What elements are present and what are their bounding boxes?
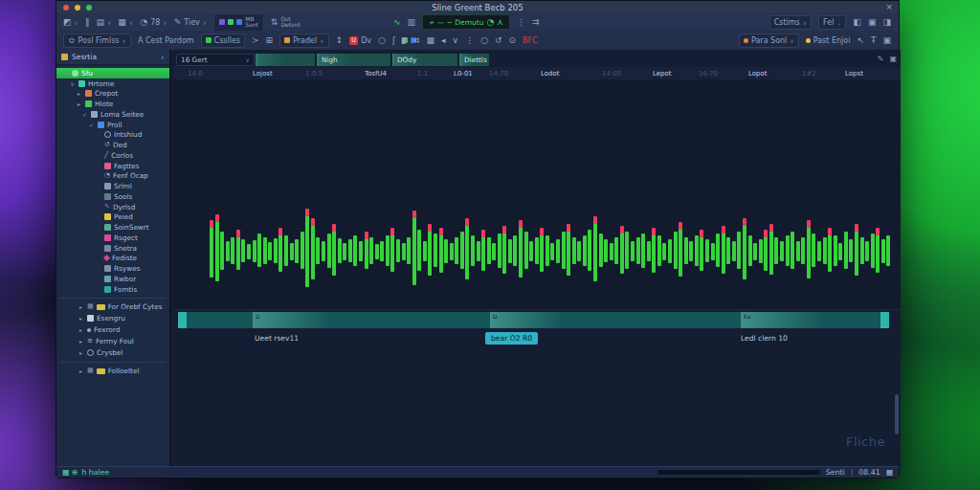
grid-view-tool[interactable]: ▦∨: [118, 18, 133, 27]
tree-item[interactable]: Fediste: [56, 254, 169, 264]
check-icon[interactable]: ✓: [81, 111, 88, 118]
find-tool[interactable]: ◩∨: [63, 18, 78, 27]
tree-item[interactable]: ◔Fenf Ocap: [56, 171, 169, 182]
csslles-dropdown[interactable]: Csslles: [201, 33, 245, 48]
region-end-cap[interactable]: [880, 312, 889, 328]
tree-item[interactable]: ∨Hrtome: [56, 78, 169, 89]
tree-item[interactable]: ▸Crysbel: [56, 347, 169, 359]
tree-item[interactable]: ╱Corlos: [56, 150, 169, 161]
sidebar-header[interactable]: Sesrtia ∧: [56, 50, 169, 65]
pause-tool[interactable]: ‖: [85, 18, 90, 27]
para-sonl-dropdown[interactable]: Para Sonl∨: [739, 33, 799, 48]
pencil-tool[interactable]: ✎Tiev∨: [174, 18, 207, 27]
cstims-dropdown[interactable]: Cstims∨: [769, 15, 812, 30]
pradel-dropdown[interactable]: Pradel∨: [279, 33, 329, 48]
tree-item[interactable]: ▸▦For Orebf Cytes: [56, 301, 169, 313]
expander-icon[interactable]: ∨: [69, 80, 76, 87]
check-icon[interactable]: ✓: [88, 122, 95, 128]
skip-start-tool[interactable]: ⊲: [412, 36, 420, 45]
region-label-button[interactable]: bear O2 R0: [485, 332, 538, 345]
header-segment[interactable]: Nigh: [317, 54, 390, 66]
tree-item[interactable]: ∨Sfu: [56, 68, 169, 78]
back-tool[interactable]: ◂: [441, 36, 446, 45]
expander-icon[interactable]: ∨: [62, 70, 69, 77]
filter-tool[interactable]: Ŧ: [871, 36, 877, 45]
expander-icon[interactable]: ▸: [78, 338, 84, 345]
tree-item[interactable]: SoinSewrt: [56, 222, 169, 233]
block-tool[interactable]: ▮: [401, 36, 406, 45]
updown-tool[interactable]: ↕: [336, 36, 344, 45]
grid-small-tool[interactable]: ⊞: [266, 36, 274, 45]
header-segment[interactable]: [256, 54, 315, 66]
region-start-cap[interactable]: [178, 312, 187, 328]
caret-tool[interactable]: ∨: [453, 36, 459, 45]
region-band[interactable]: DDEa: [173, 312, 901, 328]
waveform-track[interactable]: [173, 79, 901, 310]
header-segment[interactable]: Diettls: [459, 54, 489, 66]
expander-icon[interactable]: ▸: [78, 303, 84, 310]
tree-item[interactable]: ▸Crepot: [56, 89, 169, 100]
tree-item[interactable]: ✓Proll: [56, 120, 169, 130]
loop-tool[interactable]: ⊙: [509, 36, 517, 45]
tree-item[interactable]: Snetra: [56, 243, 169, 254]
tree-item[interactable]: Peied: [56, 212, 169, 223]
tree-item[interactable]: Fomtis: [56, 284, 169, 295]
lcd-display[interactable]: ≁ — ~ Demutu◔⋏: [422, 14, 510, 30]
tree-item[interactable]: Srlml: [56, 181, 169, 191]
dots-tool[interactable]: ⋮: [465, 36, 474, 45]
expander-icon[interactable]: ▸: [78, 349, 84, 356]
tree-item[interactable]: ▸≡Fermy Foul: [56, 336, 169, 347]
panel-tool[interactable]: ▣: [882, 36, 891, 45]
mb-sant-panel[interactable]: MBSant: [213, 13, 264, 32]
expander-icon[interactable]: ▸: [76, 90, 82, 97]
pencil-icon[interactable]: ✎: [878, 55, 884, 63]
chevron-up-icon[interactable]: ∧: [161, 54, 165, 60]
more-dots[interactable]: ⋮: [517, 18, 525, 27]
tree-item[interactable]: Rsywes: [56, 263, 169, 274]
tree-item[interactable]: Fagttes: [56, 161, 169, 171]
title-bar[interactable]: Sline Greent Becb 205 ×: [56, 1, 899, 14]
u-dv-tool[interactable]: UDv: [349, 36, 371, 45]
ost-detvnt-tool[interactable]: ⇅OstDetvnt: [271, 16, 301, 29]
tree-item[interactable]: ▸▦Folloeltel: [56, 366, 169, 377]
tree-item[interactable]: ↺Ded: [56, 140, 169, 150]
panel-icon[interactable]: ▣: [889, 55, 897, 63]
expander-icon[interactable]: ▸: [78, 326, 84, 333]
tree-item[interactable]: Rwbor: [56, 274, 169, 284]
expander-icon[interactable]: ▸: [76, 100, 82, 107]
wave-indicator[interactable]: ∿: [393, 18, 401, 27]
panel-left-tool[interactable]: ◧: [853, 18, 861, 27]
timeline-ruler[interactable]: 14.0Lojost1-0.5TosfU41.1L0-0114:70Lodot1…: [173, 67, 901, 80]
next-tool[interactable]: ≻: [252, 36, 259, 45]
circle-tool[interactable]: ○: [378, 36, 386, 45]
region-marker[interactable]: D: [253, 312, 356, 328]
horizontal-scrollbar[interactable]: [657, 470, 820, 475]
region-marker[interactable]: D: [490, 312, 586, 328]
expander-icon[interactable]: ▸: [78, 315, 84, 322]
circle2-tool[interactable]: ○: [480, 36, 488, 45]
fel-dropdown[interactable]: Fel⌄: [818, 15, 846, 30]
routing-tool[interactable]: ⇉: [532, 18, 540, 27]
expander-icon[interactable]: ▸: [78, 368, 84, 374]
posl-fimlss-dropdown[interactable]: ≎Posl Fimlss∨: [63, 33, 131, 48]
vertical-scrollbar[interactable]: [895, 394, 899, 434]
view-dropdown[interactable]: 16 Gert ∨: [176, 54, 255, 66]
close-icon[interactable]: ×: [885, 2, 893, 11]
header-segment[interactable]: DOdy: [392, 54, 457, 66]
panel-right-tool[interactable]: ◨: [882, 18, 891, 27]
tree-item[interactable]: Intshiud: [56, 130, 169, 141]
past-enjoi-toggle[interactable]: Past Enjoi: [806, 36, 851, 45]
rows-tool[interactable]: ▦: [427, 36, 435, 45]
bfc-label[interactable]: BFC: [523, 36, 538, 45]
tree-item[interactable]: ✓Loma Seitee: [56, 109, 169, 120]
tree-item[interactable]: Rsgect: [56, 233, 169, 243]
undo-tool[interactable]: ↺: [495, 36, 502, 45]
panel-mid-tool[interactable]: ▣: [868, 18, 877, 27]
cursor-tool[interactable]: ↖: [857, 36, 864, 45]
grid-icon[interactable]: ▦: [886, 468, 893, 477]
tree-item[interactable]: ▸Hlote: [56, 99, 169, 109]
doc-tool[interactable]: ▤∨: [96, 18, 111, 27]
tree-item[interactable]: ▸Fexrord: [56, 324, 169, 336]
tree-item[interactable]: Sools: [56, 191, 169, 202]
tree-item[interactable]: ✎Dyrlsd: [56, 202, 169, 212]
